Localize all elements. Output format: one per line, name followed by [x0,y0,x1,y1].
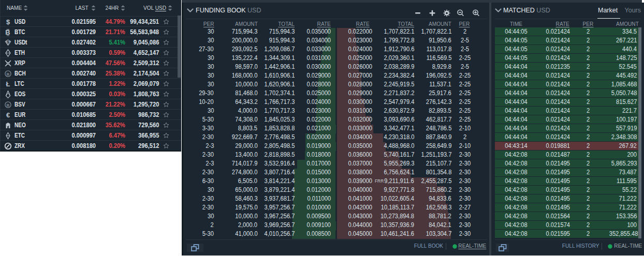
svg-text:B: B [7,71,10,76]
svg-text:Ł: Ł [6,80,10,88]
svg-text:€: € [6,111,10,119]
svg-text:B: B [7,102,10,107]
svg-text:$: $ [6,18,10,26]
svg-text:$: $ [7,39,9,44]
svg-text:B: B [5,28,10,36]
